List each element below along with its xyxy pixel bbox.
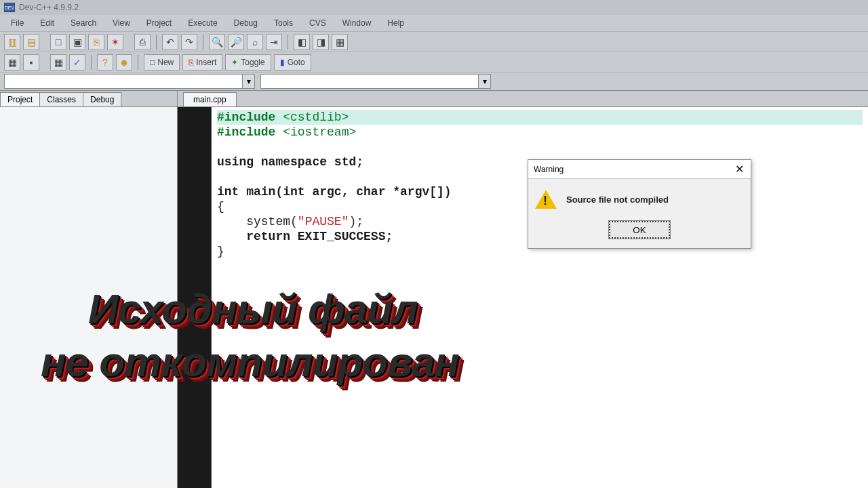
new-button[interactable]: □New (144, 54, 180, 70)
ok-button[interactable]: OK (609, 221, 670, 239)
print-icon[interactable]: ⎙ (134, 34, 151, 50)
toolbar-1: ▥ ▤ □ ▣ ⎘ ✶ ⎙ ↶ ↷ 🔍 🔎 ⌕ ⇥ ◧ ◨ ▦ (0, 31, 868, 52)
dialog-body: Source file not compiled (528, 179, 751, 216)
menu-help[interactable]: Help (379, 16, 412, 30)
menubar: File Edit Search View Project Execute De… (0, 15, 868, 31)
undo-icon[interactable]: ↶ (162, 34, 178, 50)
new-file-icon[interactable]: ▥ (4, 34, 20, 50)
app-icon: DEV (4, 3, 15, 12)
menu-file[interactable]: File (3, 16, 32, 30)
insert-button[interactable]: ⎘Insert (182, 54, 222, 70)
toggle-button[interactable]: ✦Toggle (225, 54, 271, 70)
grid3-icon[interactable]: ▦ (50, 54, 66, 70)
project-tree[interactable] (0, 107, 177, 488)
grid1-icon[interactable]: ▦ (4, 54, 20, 70)
chevron-down-icon: ▾ (242, 75, 254, 88)
new-doc-icon: □ (150, 58, 155, 67)
find-next-icon[interactable]: ⌕ (247, 34, 263, 50)
compile-run-icon[interactable]: ▦ (332, 34, 348, 50)
warning-icon (535, 190, 557, 209)
goto-icon: ▮ (280, 58, 285, 67)
editor-gutter (178, 107, 212, 488)
class-combo[interactable]: ▾ (4, 74, 255, 89)
insert-icon: ⎘ (189, 58, 193, 67)
help-icon[interactable]: ? (97, 54, 113, 70)
warning-dialog: Warning ✕ Source file not compiled OK (528, 159, 751, 249)
chevron-down-icon: ▾ (478, 75, 490, 88)
dialog-footer: OK (528, 216, 751, 248)
save-all-icon[interactable]: ▣ (69, 34, 85, 50)
tab-project[interactable]: Project (0, 92, 40, 106)
menu-project[interactable]: Project (138, 16, 180, 30)
save-icon[interactable]: □ (50, 34, 66, 50)
menu-edit[interactable]: Edit (32, 16, 62, 30)
main-area: Project Classes Debug main.cpp #include … (0, 91, 868, 488)
combo-row: ▾ ▾ (0, 72, 868, 91)
editor-tabs: main.cpp (178, 91, 868, 107)
menu-search[interactable]: Search (62, 16, 104, 30)
menu-cvs[interactable]: CVS (301, 16, 334, 30)
dialog-title-text: Warning (534, 165, 564, 174)
copy-icon[interactable]: ⎘ (88, 34, 104, 50)
redo-icon[interactable]: ↷ (181, 34, 197, 50)
menu-debug[interactable]: Debug (226, 16, 266, 30)
goto-button[interactable]: ▮Goto (274, 54, 311, 70)
run-icon[interactable]: ◨ (313, 34, 329, 50)
left-panel: Project Classes Debug (0, 91, 178, 488)
toggle-icon: ✦ (231, 58, 238, 67)
menu-view[interactable]: View (104, 16, 138, 30)
menu-tools[interactable]: Tools (266, 16, 301, 30)
find-icon[interactable]: 🔍 (209, 34, 225, 50)
tab-classes[interactable]: Classes (39, 92, 83, 106)
editor: #include <cstdlib> #include <iostream> u… (178, 107, 868, 488)
editor-panel: main.cpp #include <cstdlib> #include <io… (178, 91, 868, 488)
goto-line-icon[interactable]: ⇥ (266, 34, 282, 50)
titlebar: DEV Dev-C++ 4.9.9.2 (0, 0, 868, 15)
about-icon[interactable]: ☻ (116, 54, 132, 70)
dialog-titlebar: Warning ✕ (528, 160, 751, 179)
menu-execute[interactable]: Execute (180, 16, 225, 30)
editor-tab-main[interactable]: main.cpp (183, 92, 237, 106)
dialog-message: Source file not compiled (566, 195, 669, 205)
method-combo[interactable]: ▾ (260, 74, 491, 89)
close-file-icon[interactable]: ✶ (107, 34, 123, 50)
check-icon[interactable]: ✓ (69, 54, 85, 70)
left-tabs: Project Classes Debug (0, 91, 177, 107)
compile-icon[interactable]: ◧ (294, 34, 310, 50)
menu-window[interactable]: Window (334, 16, 380, 30)
grid2-icon[interactable]: ▪ (23, 54, 39, 70)
close-icon[interactable]: ✕ (733, 163, 745, 176)
app-title: Dev-C++ 4.9.9.2 (19, 3, 79, 12)
replace-icon[interactable]: 🔎 (228, 34, 244, 50)
toolbar-2: ▦ ▪ ▦ ✓ ? ☻ □New ⎘Insert ✦Toggle ▮Goto (0, 52, 868, 72)
tab-debug[interactable]: Debug (83, 92, 121, 106)
open-file-icon[interactable]: ▤ (23, 34, 39, 50)
